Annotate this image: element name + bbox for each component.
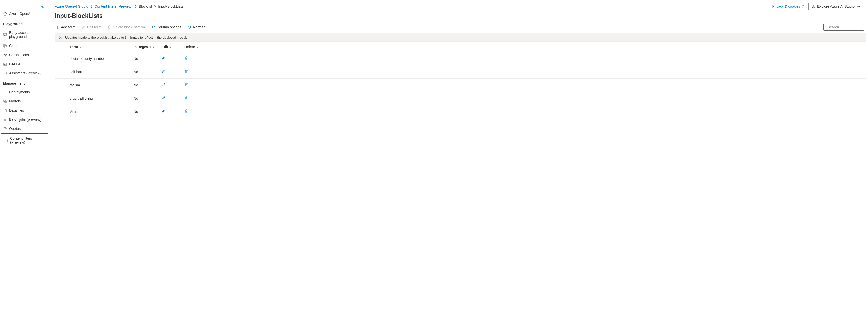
column-header-label: Edit — [161, 45, 168, 49]
sidebar-item-early-access[interactable]: Early access playground — [0, 28, 49, 41]
cell-edit — [159, 65, 182, 79]
privacy-cookies-link[interactable]: Privacy & cookies — [772, 4, 804, 8]
delete-row-button[interactable] — [184, 56, 188, 60]
svg-point-0 — [4, 54, 5, 55]
sidebar-item-label: Completions — [9, 53, 29, 57]
privacy-label: Privacy & cookies — [772, 4, 800, 8]
cell-is-regex: No — [131, 105, 159, 118]
edit-row-button[interactable] — [161, 56, 165, 60]
svg-point-6 — [4, 73, 5, 74]
arrow-right-icon — [857, 5, 861, 8]
sidebar-section-playground: Playground — [0, 18, 49, 28]
sidebar-item-label: Quotas — [9, 127, 21, 131]
column-header-edit[interactable]: Edit ⌄ — [159, 42, 182, 52]
column-header-term[interactable]: Term ⌄ — [55, 42, 131, 52]
edit-term-label: Edit term — [87, 25, 101, 29]
sidebar-item-chat[interactable]: Chat — [0, 41, 49, 50]
table-row[interactable]: racismNo — [55, 79, 866, 92]
edit-row-button[interactable] — [161, 96, 165, 100]
sidebar-item-deployments[interactable]: Deployments — [0, 87, 49, 96]
cell-delete — [182, 52, 866, 65]
toolbar-row: Add term Edit term Delete blocklist term… — [49, 22, 868, 33]
collapse-sidebar-button[interactable] — [40, 3, 45, 8]
column-header-label: Is Regex — [133, 45, 148, 49]
svg-point-7 — [5, 73, 6, 74]
table-row[interactable]: social security numberNo — [55, 52, 866, 65]
sidebar-item-azure-openai[interactable]: Azure OpenAI — [0, 9, 49, 18]
sidebar-item-content-filters[interactable]: Content filters (Preview) — [1, 133, 49, 147]
chat-icon — [3, 44, 7, 48]
explore-azure-ai-studio-button[interactable]: Explore Azure AI Studio — [808, 3, 864, 10]
sidebar-item-label: Models — [9, 99, 21, 103]
table-row[interactable]: drug traffickingNo — [55, 92, 866, 105]
sidebar-item-label: Content filters (Preview) — [10, 136, 45, 144]
delete-row-button[interactable] — [184, 109, 188, 113]
image-icon — [3, 62, 7, 66]
models-icon — [3, 99, 7, 103]
cell-delete — [182, 92, 866, 105]
home-icon — [3, 12, 7, 16]
svg-point-4 — [4, 63, 5, 64]
chevron-down-icon: ⌄ — [196, 46, 198, 48]
cell-term: racism — [55, 79, 131, 92]
sidebar-item-data-files[interactable]: Data files — [0, 106, 49, 115]
add-term-label: Add term — [61, 25, 75, 29]
sidebar-item-label: Assistants (Preview) — [9, 71, 41, 75]
column-header-label: Term — [69, 45, 78, 49]
breadcrumb-azure-openai-studio[interactable]: Azure OpenAI Studio — [55, 4, 88, 8]
cell-edit — [159, 79, 182, 92]
refresh-button[interactable]: Refresh — [187, 24, 206, 30]
sidebar-item-assistants[interactable]: Assistants (Preview) — [0, 68, 49, 78]
cell-edit — [159, 92, 182, 105]
delete-row-button[interactable] — [184, 96, 188, 100]
chevron-down-icon: ⌄ — [153, 46, 155, 48]
cell-edit — [159, 105, 182, 118]
cell-term: self-harm — [55, 65, 131, 79]
breadcrumb-content-filters[interactable]: Content filters (Preview) — [95, 4, 132, 8]
info-banner-text: Updates made to the blocklist take up to… — [65, 35, 187, 39]
sidebar-item-label: Data files — [9, 108, 24, 112]
blocklist-table-wrap: Term ⌄ Is Regex ↓ ⌄ Edit — [49, 42, 868, 333]
sidebar-item-models[interactable]: Models — [0, 96, 49, 106]
cell-delete — [182, 79, 866, 92]
delete-row-button[interactable] — [184, 83, 188, 87]
add-term-button[interactable]: Add term — [55, 24, 76, 30]
edit-row-button[interactable] — [161, 109, 165, 113]
sidebar: Azure OpenAI Playground Early access pla… — [0, 0, 49, 333]
chevron-right-icon: ❯ — [154, 5, 156, 8]
search-input[interactable] — [828, 25, 868, 29]
sidebar-item-label: Chat — [9, 44, 17, 48]
search-box[interactable] — [823, 24, 864, 30]
top-right-actions: Privacy & cookies Explore Azure AI Studi… — [772, 3, 864, 10]
trash-icon — [107, 25, 112, 29]
cell-delete — [182, 105, 866, 118]
breadcrumb: Azure OpenAI Studio ❯ Content filters (P… — [55, 4, 183, 8]
column-header-is-regex[interactable]: Is Regex ↓ ⌄ — [131, 42, 159, 52]
top-bar: Azure OpenAI Studio ❯ Content filters (P… — [49, 0, 868, 12]
azure-icon — [812, 5, 815, 8]
cell-term: social security number — [55, 52, 131, 65]
column-options-label: Column options — [157, 25, 181, 29]
table-row[interactable]: VirusNo — [55, 105, 866, 118]
column-options-button[interactable]: Column options — [151, 24, 182, 30]
sidebar-section-management: Management — [0, 78, 49, 87]
explore-label: Explore Azure AI Studio — [817, 4, 855, 8]
sidebar-item-label: Batch jobs (preview) — [9, 117, 41, 121]
chevron-right-icon: ❯ — [134, 5, 137, 8]
delete-row-button[interactable] — [184, 70, 188, 74]
cell-edit — [159, 52, 182, 65]
sidebar-item-quotas[interactable]: Quotas — [0, 124, 49, 133]
edit-row-button[interactable] — [161, 83, 165, 87]
cell-is-regex: No — [131, 79, 159, 92]
breadcrumb-input-blocklists: Input-BlockLists — [158, 4, 183, 8]
sidebar-item-dalle[interactable]: DALL·E — [0, 59, 49, 68]
info-banner: Updates made to the blocklist take up to… — [55, 33, 866, 42]
column-header-delete[interactable]: Delete ⌄ — [182, 42, 866, 52]
sidebar-item-batch-jobs[interactable]: Batch jobs (preview) — [0, 115, 49, 124]
cell-term: Virus — [55, 105, 131, 118]
column-header-label: Delete — [184, 45, 195, 49]
pencil-icon — [82, 25, 86, 29]
table-row[interactable]: self-harmNo — [55, 65, 866, 79]
edit-row-button[interactable] — [161, 70, 165, 74]
sidebar-item-completions[interactable]: Completions — [0, 50, 49, 59]
